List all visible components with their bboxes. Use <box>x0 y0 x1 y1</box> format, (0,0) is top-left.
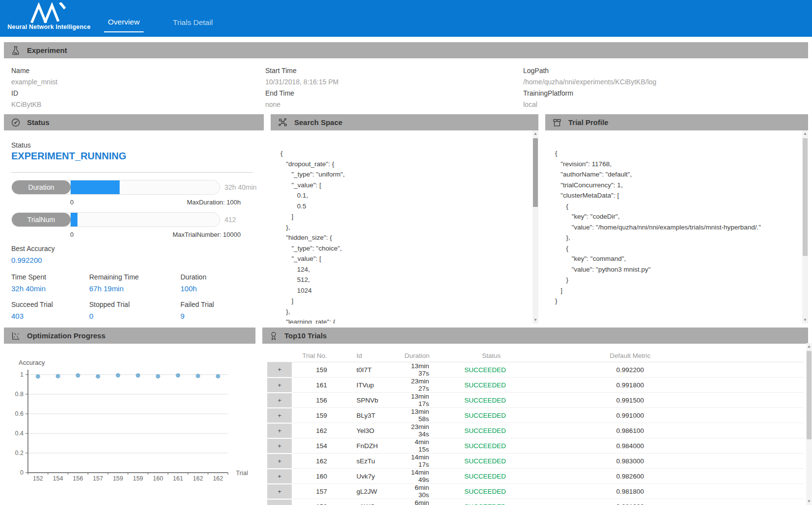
navbar: Neural Network Intelligence Overview Tri… <box>0 0 812 37</box>
scatter-point[interactable] <box>136 373 140 378</box>
trial-profile-json: { "revision": 11768, "authorName": "defa… <box>545 130 802 324</box>
svg-text:157: 157 <box>93 475 103 482</box>
trial-id-cell: gL2JW <box>331 484 405 499</box>
metric-cell: 0.981000 <box>566 499 694 505</box>
expand-button[interactable]: + <box>267 438 292 454</box>
experiment-col-2: Start Time 10/31/2018, 8:16:15 PM End Ti… <box>265 65 338 110</box>
top10-trials-header: Top10 Trials <box>262 328 808 344</box>
field-value: 10/31/2018, 8:16:15 PM <box>265 76 338 88</box>
trialnum-progress-value: 412 <box>225 216 236 224</box>
table-header-row: Trial No. Id Duration Status Default Met… <box>267 349 804 362</box>
expand-button[interactable]: + <box>267 408 292 423</box>
medal-icon <box>269 331 278 341</box>
experiment-col-1: Name example_mnist ID KCiBytKB <box>11 65 57 110</box>
field-label: End Time <box>265 88 338 99</box>
trialnum-progress-scale: 0 MaxTrialNumber: 10000 <box>70 231 241 238</box>
scatter-point[interactable] <box>36 374 40 379</box>
scatter-point[interactable] <box>96 374 100 379</box>
scrollbar-down-icon[interactable]: ▼ <box>806 499 812 505</box>
trial-id-cell: Yel3O <box>331 423 405 438</box>
trial-no-cell: 159 <box>292 408 331 423</box>
flask-icon <box>11 46 21 55</box>
metric-cell: 0.981800 <box>566 484 694 499</box>
expand-button[interactable]: + <box>267 423 292 438</box>
status-panel-header: Status <box>4 114 264 130</box>
scrollbar-up-icon[interactable]: ▲ <box>806 344 812 350</box>
svg-text:162: 162 <box>213 475 223 482</box>
scrollbar-down-icon[interactable]: ▼ <box>533 317 538 323</box>
trial-no-cell: 157 <box>292 484 331 499</box>
scrollbar-down-icon[interactable]: ▼ <box>802 317 808 323</box>
svg-text:Trial: Trial <box>236 469 248 477</box>
search-space-json: { "dropout_rate": { "_type": "uniform", … <box>271 130 533 324</box>
scatter-point[interactable] <box>156 374 160 379</box>
expand-button[interactable]: + <box>267 378 292 393</box>
field-label: LogPath <box>523 65 657 76</box>
svg-text:156: 156 <box>73 475 83 482</box>
scrollbar-thumb[interactable] <box>807 351 812 439</box>
table-row: +159BLy3T13min 58sSUCCEEDED0.991000 <box>267 408 804 423</box>
trial-no-cell: 160 <box>292 469 331 484</box>
trial-profile-scrollbar[interactable]: ▲ ▼ <box>802 130 808 324</box>
scatter-point[interactable] <box>56 374 60 379</box>
filler-cell <box>694 393 804 408</box>
svg-text:159: 159 <box>133 475 143 482</box>
scatter-point[interactable] <box>176 373 180 378</box>
trial-id-cell: Uvk7y <box>331 469 405 484</box>
trial-id-cell: t0I7T <box>331 362 405 378</box>
expand-button[interactable]: + <box>267 362 292 378</box>
scrollbar-up-icon[interactable]: ▲ <box>533 131 538 137</box>
trial-no-cell: 162 <box>292 454 331 469</box>
scatter-point[interactable] <box>196 374 200 378</box>
brand-text: Neural Network Intelligence <box>5 24 93 30</box>
expand-button[interactable]: + <box>267 484 292 499</box>
expand-button[interactable]: + <box>267 499 292 505</box>
duration-cell: 13min 17s <box>405 393 463 408</box>
filler-cell <box>694 454 804 469</box>
duration-progress-label: Duration <box>12 180 71 194</box>
table-row: +162sEzTu14min 17sSUCCEEDED0.983000 <box>267 454 804 469</box>
svg-text:Accuracy: Accuracy <box>19 359 45 366</box>
stat-value: 32h 40min <box>11 283 46 295</box>
metric-cell: 0.991000 <box>566 408 694 423</box>
scatter-point[interactable] <box>116 373 120 378</box>
search-space-panel: Search Space { "dropout_rate": { "_type"… <box>271 114 538 324</box>
metric-cell: 0.983000 <box>566 454 694 469</box>
scatter-point[interactable] <box>76 373 80 378</box>
trial-id-cell: sEzTu <box>331 454 405 469</box>
trial-profile-title: Trial Profile <box>568 118 609 126</box>
trial-no-cell: 159 <box>292 362 331 378</box>
scrollbar-thumb[interactable] <box>533 138 538 207</box>
trial-id-cell: ITVup <box>331 378 405 393</box>
tab-trials-detail[interactable]: Trials Detail <box>169 5 217 32</box>
stat-label: Remaining Time <box>89 271 139 283</box>
trial-no-cell: 154 <box>292 438 331 454</box>
duration-progress-scale: 0 MaxDuration: 100h <box>70 199 241 206</box>
scatter-point[interactable] <box>216 374 220 379</box>
stat-value: 0 <box>89 310 130 322</box>
filler-cell <box>694 438 804 454</box>
svg-text:0.4: 0.4 <box>15 430 24 437</box>
table-row: +154FnDZH4min 15sSUCCEEDED0.984000 <box>267 438 804 454</box>
status-cell: SUCCEEDED <box>463 378 566 393</box>
stat-value: 100h <box>180 283 206 295</box>
scrollbar-up-icon[interactable]: ▲ <box>802 131 808 137</box>
nav-tabs: Overview Trials Detail <box>104 0 217 37</box>
table-row: +161ITVup23min 27sSUCCEEDED0.991800 <box>267 378 804 393</box>
search-space-scrollbar[interactable]: ▲ ▼ <box>533 130 538 324</box>
expand-button[interactable]: + <box>267 393 292 408</box>
expand-column-header <box>267 349 292 362</box>
duration-progress: Duration 32h 40min <box>11 180 256 195</box>
trialnum-progress-label: TrialNum <box>12 213 71 227</box>
expand-button[interactable]: + <box>267 469 292 484</box>
brand[interactable]: Neural Network Intelligence <box>5 2 93 30</box>
top10-scrollbar[interactable]: ▲ ▼ <box>806 343 812 505</box>
tab-overview[interactable]: Overview <box>104 5 144 32</box>
field-value: KCiBytKB <box>11 99 57 110</box>
scrollbar-thumb[interactable] <box>803 138 808 256</box>
field-label: TrainingPlatform <box>523 88 657 99</box>
trial-profile-panel: Trial Profile { "revision": 11768, "auth… <box>545 114 808 324</box>
filler-cell <box>694 362 804 378</box>
experiment-details: Name example_mnist ID KCiBytKB Start Tim… <box>4 58 808 114</box>
expand-button[interactable]: + <box>267 454 292 469</box>
